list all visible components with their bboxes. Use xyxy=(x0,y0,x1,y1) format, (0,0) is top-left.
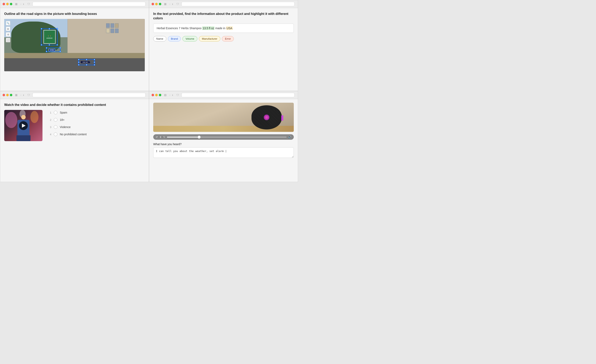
maximize-button[interactable] xyxy=(10,94,12,96)
radio-spam[interactable] xyxy=(54,111,57,114)
fast-forward-button[interactable]: ↻ xyxy=(163,136,165,139)
handle-bm[interactable] xyxy=(86,64,87,66)
tag-volume[interactable]: Volume xyxy=(182,36,197,41)
option-spam: 1 Spam xyxy=(48,111,87,114)
circle-tool[interactable]: ⊙ xyxy=(6,32,10,37)
maximize-button[interactable] xyxy=(159,3,161,5)
titlebar-1: ⊞ ‹ › 🛡 xyxy=(0,0,149,8)
back-button[interactable]: ‹ xyxy=(169,93,171,97)
address-bar[interactable] xyxy=(181,93,295,97)
radio-options: 1 Spam 2 18+ 3 Violence 4 No pro xyxy=(48,110,87,136)
progress-thumb[interactable] xyxy=(198,136,201,139)
radio-no-prohibited[interactable] xyxy=(54,133,57,136)
sidebar-toggle[interactable]: ⊞ xyxy=(15,2,17,6)
tag-manufacturer[interactable]: Manufacturer xyxy=(199,36,221,41)
sidebar-toggle[interactable]: ⊟ xyxy=(164,93,166,97)
product-text-box: Herbal Essences 7 Herbs Shampoo 13.5 fl … xyxy=(153,23,294,33)
volume-icon[interactable]: 🔊 xyxy=(288,135,291,139)
traffic-lights-2 xyxy=(152,3,161,5)
window-pane xyxy=(111,23,114,28)
traffic-lights-4 xyxy=(152,94,161,96)
speaker-body xyxy=(252,105,282,129)
minimize-button[interactable] xyxy=(155,94,158,96)
box-tool[interactable]: ⬜ xyxy=(6,38,10,42)
handle-tl[interactable] xyxy=(46,47,47,49)
minimize-button[interactable] xyxy=(6,3,9,5)
titlebar-4: ⊟ ‹ › 🛡 xyxy=(149,91,298,99)
product-name-highlight: Herbal Essences 7 Herbs Shampoo xyxy=(157,27,202,30)
handle-ml[interactable] xyxy=(78,61,80,63)
security-icon: 🛡 xyxy=(176,94,179,97)
nav-buttons: ‹ › xyxy=(169,2,174,6)
handle-tm[interactable] xyxy=(86,59,87,60)
speaker-center-button xyxy=(264,115,269,120)
radio-18plus[interactable] xyxy=(54,118,57,122)
radio-violence[interactable] xyxy=(54,125,57,129)
sidebar-toggle[interactable]: ⊞ xyxy=(164,2,166,6)
back-button[interactable]: ‹ xyxy=(20,93,22,97)
forward-button[interactable]: › xyxy=(22,93,24,97)
close-button[interactable] xyxy=(3,94,5,96)
bbox-hyde[interactable] xyxy=(46,47,61,52)
option-label-violence: Violence xyxy=(60,126,70,129)
handle-tm[interactable] xyxy=(49,28,50,30)
address-bar[interactable] xyxy=(181,2,295,6)
sidewalk xyxy=(4,53,145,58)
traffic-lights-1 xyxy=(3,3,12,5)
handle-mr[interactable] xyxy=(94,61,95,63)
heard-input[interactable]: I can tell you about the weather, set al… xyxy=(153,147,294,158)
maximize-button[interactable] xyxy=(10,3,12,5)
nav-buttons: ‹ › xyxy=(169,93,174,97)
bbox-oneway[interactable] xyxy=(78,59,95,65)
forward-button[interactable]: › xyxy=(171,93,173,97)
address-bar[interactable] xyxy=(32,2,146,6)
address-bar[interactable] xyxy=(32,93,146,97)
pause-button[interactable]: ⏸ xyxy=(159,136,162,139)
handle-tl[interactable] xyxy=(41,28,42,30)
content-bounding-boxes: Outline all the road signs in the pictur… xyxy=(0,8,149,91)
progress-fill xyxy=(167,137,200,138)
tag-name[interactable]: Name xyxy=(153,36,166,41)
minimize-button[interactable] xyxy=(6,94,9,96)
window-video: ⊞ ‹ › 🛡 Watch the video and decide wheth… xyxy=(0,91,149,182)
windows xyxy=(106,23,143,33)
audio-player: ↺ ⏸ ↻ 🔊 xyxy=(153,134,294,140)
nav-buttons: ‹ › xyxy=(20,2,25,6)
back-button[interactable]: ‹ xyxy=(20,2,22,6)
option-number: 1 xyxy=(48,111,51,114)
street-image xyxy=(4,19,145,71)
maximize-button[interactable] xyxy=(159,94,161,96)
bbox-ahead[interactable] xyxy=(41,28,58,45)
option-label-18plus: 18+ xyxy=(60,118,65,121)
forward-button[interactable]: › xyxy=(22,2,24,6)
window-bounding-boxes: ⊞ ‹ › 🛡 Outline all the road signs in th… xyxy=(0,0,149,91)
tag-error[interactable]: Error xyxy=(222,36,234,41)
option-no-prohibited: 4 No prohibited content xyxy=(48,133,87,136)
option-label-no-prohibited: No prohibited content xyxy=(60,133,87,136)
option-number: 4 xyxy=(48,133,51,136)
close-button[interactable] xyxy=(152,3,154,5)
window-pane xyxy=(111,29,114,33)
window-pane xyxy=(115,29,119,33)
back-button[interactable]: ‹ xyxy=(169,2,171,6)
option-violence: 3 Violence xyxy=(48,125,87,129)
task-title-3: Watch the video and decide whether it co… xyxy=(4,103,145,107)
tag-brand[interactable]: Brand xyxy=(168,36,181,41)
target-tool[interactable]: ◎ xyxy=(6,27,10,31)
security-icon: 🛡 xyxy=(27,94,30,97)
product-rest: made in xyxy=(215,27,226,30)
tags-row: Name Brand Volume Manufacturer Error xyxy=(153,36,294,41)
speaker-image xyxy=(153,103,294,132)
option-number: 2 xyxy=(48,118,51,121)
sidebar-toggle[interactable]: ⊞ xyxy=(15,93,17,97)
handle-tl[interactable] xyxy=(78,59,80,60)
forward-button[interactable]: › xyxy=(171,2,173,6)
progress-bar[interactable] xyxy=(167,137,287,138)
rewind-button[interactable]: ↺ xyxy=(156,136,158,139)
play-button[interactable] xyxy=(19,121,28,130)
close-button[interactable] xyxy=(3,3,5,5)
handle-bm[interactable] xyxy=(49,44,50,46)
close-button[interactable] xyxy=(152,94,154,96)
minimize-button[interactable] xyxy=(155,3,158,5)
zoom-tool[interactable]: 🔍 xyxy=(6,21,10,25)
